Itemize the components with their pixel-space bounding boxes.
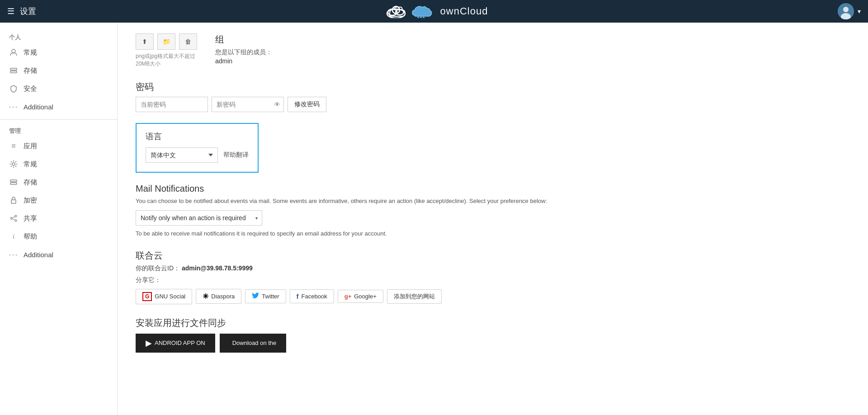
gplus-button[interactable]: g+ Google+ [338,290,383,303]
sidebar: 个人 常规 存储 [0,23,118,415]
share-icon [9,214,18,223]
sidebar-label-admin-apps: 应用 [24,142,37,151]
facebook-icon: f [297,292,299,300]
password-fields: 👁 修改密码 [136,97,850,112]
android-icon: ▶ [146,338,152,348]
help-translate-link[interactable]: 帮助翻译 [223,151,249,159]
sidebar-item-personal-general[interactable]: 常规 [0,43,117,61]
admin-dots-icon: ··· [9,250,18,259]
cloud-svg-icon [386,5,406,18]
sidebar-admin-section: 管理 [0,123,117,137]
password-eye-icon[interactable]: 👁 [274,101,280,108]
diaspora-label: Diaspora [211,293,235,300]
gplus-icon: g+ [344,293,352,300]
mail-notifications-desc: You can choose to be notified about even… [136,197,850,206]
gplus-label: Google+ [354,293,377,300]
group-section: 组 您是以下组的成员： admin [215,33,272,72]
brand-name: ownCloud [440,5,488,17]
twitter-icon [252,292,259,300]
svg-point-15 [10,217,12,219]
sidebar-divider [0,119,117,120]
new-password-wrap: 👁 [212,97,284,112]
sidebar-label-admin-storage: 存储 [24,178,37,187]
sidebar-label-admin-additional: Additional [24,251,53,259]
lock-icon [9,196,18,205]
nav-title: 设置 [20,6,36,17]
sidebar-label-personal-security: 安全 [24,85,37,93]
facebook-button[interactable]: f Facebook [290,289,334,303]
sidebar-label-admin-general: 常规 [24,160,37,169]
sidebar-item-admin-additional[interactable]: ··· Additional [0,245,117,264]
help-icon: i [9,232,18,241]
sidebar-item-admin-help[interactable]: i 帮助 [0,227,117,245]
sidebar-label-admin-encrypt: 加密 [24,196,37,205]
new-password-input[interactable] [212,97,284,112]
sidebar-item-admin-encrypt[interactable]: 加密 [0,191,117,209]
mail-notifications-title: Mail Notifications [136,184,850,194]
avatar-delete-button[interactable]: 🗑 [179,33,197,50]
svg-line-18 [12,219,15,220]
group-member-label: 您是以下组的成员： [215,48,272,57]
group-title: 组 [215,33,272,46]
svg-point-10 [12,163,15,165]
diaspora-icon: ✳ [203,292,208,301]
twitter-button[interactable]: Twitter [245,289,286,303]
sidebar-label-personal-general: 常规 [24,48,37,57]
svg-point-7 [12,49,15,53]
svg-point-16 [15,220,17,222]
sidebar-item-admin-apps[interactable]: ≡ 应用 [0,137,117,155]
ios-app-button[interactable]: Download on the [220,334,287,353]
dots-icon: ··· [9,102,18,111]
sidebar-label-admin-share: 共享 [24,214,37,223]
language-select[interactable]: 简体中文 English 日本語 Deutsch [146,147,218,163]
storage-icon [9,66,18,75]
avatar-folder-button[interactable]: 📁 [157,33,175,50]
sidebar-item-personal-security[interactable]: 安全 [0,80,117,98]
password-section: 密码 👁 修改密码 [136,81,850,112]
svg-rect-13 [11,200,16,203]
mail-select-wrap: Notify only when an action is required N… [136,210,262,226]
shield-icon [9,84,18,93]
app-sync-title: 安装应用进行文件同步 [136,317,850,329]
federated-title: 联合云 [136,250,850,262]
svg-rect-9 [10,71,17,73]
sidebar-item-admin-general[interactable]: 常规 [0,155,117,173]
mail-notification-select[interactable]: Notify only when an action is required N… [136,210,262,226]
group-value: admin [215,57,272,65]
add-website-button[interactable]: 添加到您的网站 [387,289,442,304]
admin-storage-icon [9,178,18,187]
federated-id: 你的联合云ID： admin@39.98.78.5:9999 [136,264,850,273]
federated-id-label: 你的联合云ID： [136,264,180,272]
main-content: ⬆ 📁 🗑 png或jpg格式最大不超过 20MB大小 组 您是以下组的成员： … [118,23,868,415]
current-password-input[interactable] [136,97,208,112]
sidebar-item-personal-storage[interactable]: 存储 [0,61,117,80]
sidebar-label-personal-additional: Additional [24,103,53,111]
android-app-button[interactable]: ▶ ANDROID APP ON [136,334,215,353]
gnu-social-icon: G [142,292,152,301]
apps-icon: ≡ [9,141,18,151]
sidebar-item-personal-additional[interactable]: ··· Additional [0,98,117,116]
user-avatar[interactable] [838,3,854,19]
password-title: 密码 [136,81,850,93]
facebook-label: Facebook [302,293,327,300]
gnu-social-label: GNU Social [155,293,185,300]
topnav: ☰ 设置 ownCloud ▾ [0,0,868,23]
mail-note: To be able to receive mail notifications… [136,230,850,237]
ios-label: Download on the [232,340,277,346]
app-sync-buttons: ▶ ANDROID APP ON Download on the [136,334,850,353]
hamburger-menu[interactable]: ☰ [7,6,14,16]
page-layout: 个人 常规 存储 [0,23,868,415]
sidebar-item-admin-storage[interactable]: 存储 [0,173,117,191]
avatar-upload-section: ⬆ 📁 🗑 png或jpg格式最大不超过 20MB大小 [136,33,197,68]
federated-id-value: admin@39.98.78.5:9999 [182,264,253,272]
change-password-button[interactable]: 修改密码 [288,97,326,112]
avatar-upload-button[interactable]: ⬆ [136,33,154,50]
gnu-social-button[interactable]: G GNU Social [136,289,192,304]
android-label: ANDROID APP ON [155,340,205,346]
user-icon [9,48,18,57]
language-title: 语言 [146,131,249,142]
diaspora-button[interactable]: ✳ Diaspora [196,289,241,304]
sidebar-label-personal-storage: 存储 [24,66,37,75]
sidebar-item-admin-share[interactable]: 共享 [0,209,117,227]
user-dropdown-arrow[interactable]: ▾ [858,8,861,15]
